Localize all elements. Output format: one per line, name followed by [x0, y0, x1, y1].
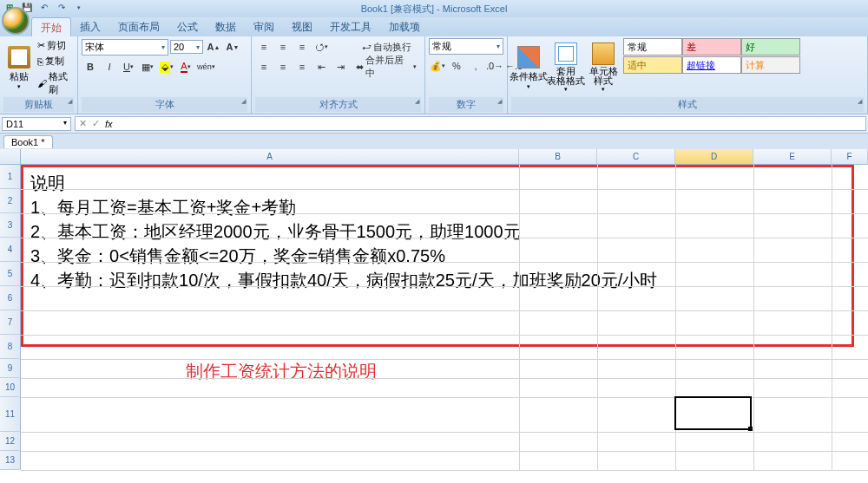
ribbon: 粘贴 ▾ ✂剪切 ⎘复制 🖌格式刷 剪贴板 宋体 20 A▲ A▼ B I U▾: [0, 36, 868, 114]
row-header-4[interactable]: 4: [0, 238, 21, 262]
percent-button[interactable]: %: [448, 57, 465, 75]
select-all-corner[interactable]: [0, 149, 21, 165]
col-header-A[interactable]: A: [21, 149, 519, 165]
table-format-button[interactable]: 套用 表格格式▾: [549, 38, 583, 97]
tab-formula[interactable]: 公式: [168, 17, 207, 36]
row-header-12[interactable]: 12: [0, 432, 21, 451]
fill-color-button[interactable]: ⬙▾: [158, 58, 175, 75]
merge-button[interactable]: ⬌合并后居中▾: [352, 58, 421, 75]
align-top-button[interactable]: ≡: [255, 38, 273, 55]
row-header-1[interactable]: 1: [0, 165, 21, 189]
inc-decimal-button[interactable]: .0→: [486, 57, 503, 75]
border-button[interactable]: ▦▾: [139, 58, 156, 75]
row-header-2[interactable]: 2: [0, 189, 21, 213]
grow-font-button[interactable]: A▲: [205, 38, 222, 55]
cell-styles-button[interactable]: 单元格 样式▾: [586, 38, 621, 97]
orientation-button[interactable]: ⭯▾: [312, 38, 330, 55]
group-font: 宋体 20 A▲ A▼ B I U▾ ▦▾ ⬙▾ A▾ wén▾ 字体: [78, 36, 252, 114]
style-gallery[interactable]: 常规差好适中超链接计算: [623, 38, 800, 97]
tab-addin[interactable]: 加载项: [380, 17, 429, 36]
phonetic-button[interactable]: wén▾: [196, 58, 216, 75]
row-header-9[interactable]: 9: [0, 359, 21, 378]
group-align: ≡ ≡ ≡ ⭯▾ ≡ ≡ ≡ ⇤ ⇥ ⮐自动换行 ⬌合并后居中▾ 对齐方式: [252, 36, 425, 114]
redo-icon[interactable]: ↷: [54, 1, 69, 15]
tab-insert[interactable]: 插入: [71, 17, 109, 36]
tab-dev[interactable]: 开发工具: [321, 17, 380, 36]
tab-view[interactable]: 视图: [283, 17, 321, 36]
row-header-11[interactable]: 11: [0, 397, 21, 432]
row-header-13[interactable]: 13: [0, 451, 21, 470]
row-header-8[interactable]: 8: [0, 335, 21, 359]
align-mid-button[interactable]: ≡: [274, 38, 292, 55]
qat-more-icon[interactable]: ▾: [71, 1, 87, 15]
row-header-3[interactable]: 3: [0, 213, 21, 238]
style-差[interactable]: 差: [682, 38, 741, 55]
style-好[interactable]: 好: [741, 38, 800, 55]
cond-format-icon: [517, 46, 540, 69]
number-format-select[interactable]: 常规: [429, 38, 503, 55]
paste-icon: [8, 46, 30, 69]
row-header-10[interactable]: 10: [0, 378, 21, 397]
col-header-E[interactable]: E: [753, 149, 832, 165]
cells-area[interactable]: 说明 1、每月工资=基本工资+奖金+考勤 2、基本工资：地区经理2000元，业务…: [21, 165, 868, 470]
font-size-select[interactable]: 20: [170, 40, 203, 54]
style-常规[interactable]: 常规: [623, 38, 682, 55]
style-计算[interactable]: 计算: [741, 56, 800, 74]
style-超链接[interactable]: 超链接: [682, 56, 741, 74]
shrink-font-button[interactable]: A▼: [224, 38, 241, 55]
workbook-tab[interactable]: Book1 *: [3, 135, 53, 148]
format-painter-button[interactable]: 🖌格式刷: [37, 70, 74, 96]
style-适中[interactable]: 适中: [623, 56, 682, 74]
wrap-icon: ⮐: [362, 42, 372, 52]
fx-confirm-icon[interactable]: ✓: [92, 118, 100, 129]
col-header-C[interactable]: C: [597, 149, 675, 165]
tab-review[interactable]: 审阅: [245, 17, 283, 36]
undo-icon[interactable]: ↶: [36, 1, 52, 15]
merge-icon: ⬌: [356, 62, 364, 73]
align-left-button[interactable]: ≡: [255, 58, 273, 75]
fx-icon[interactable]: fx: [105, 119, 113, 129]
paste-button[interactable]: 粘贴 ▾: [3, 38, 35, 97]
conditional-format-button[interactable]: 条件格式▾: [511, 38, 546, 97]
col-header-B[interactable]: B: [519, 149, 597, 165]
align-right-button[interactable]: ≡: [293, 58, 311, 75]
wrap-text-button[interactable]: ⮐自动换行: [352, 38, 421, 55]
table-format-icon: [555, 42, 577, 65]
col-header-F[interactable]: F: [832, 149, 868, 165]
content-line-4: 4、考勤：迟到扣款10/次，事假扣款40/天，病假扣款25元/天，加班奖励20元…: [30, 268, 845, 292]
row-header-7[interactable]: 7: [0, 310, 21, 335]
title-bar: ⊞ 💾 ↶ ↷ ▾ Book1 [兼容模式] - Microsoft Excel: [0, 0, 868, 17]
tab-home[interactable]: 开始: [31, 17, 71, 36]
group-label-font: 字体: [82, 97, 247, 112]
cut-button[interactable]: ✂剪切: [37, 39, 74, 52]
formula-bar[interactable]: ✕ ✓ fx: [75, 116, 866, 131]
underline-button[interactable]: U▾: [120, 58, 137, 75]
copy-button[interactable]: ⎘复制: [37, 55, 74, 68]
tab-layout[interactable]: 页面布局: [109, 17, 168, 36]
name-box[interactable]: D11▾: [2, 117, 71, 131]
italic-button[interactable]: I: [101, 58, 118, 75]
active-cell[interactable]: [674, 396, 752, 430]
row-header-6[interactable]: 6: [0, 286, 21, 310]
indent-inc-button[interactable]: ⇥: [332, 58, 349, 75]
bold-button[interactable]: B: [82, 58, 99, 75]
content-line-2: 2、基本工资：地区经理2000元，业务骨干1500元，助理1000元: [30, 219, 845, 244]
spreadsheet-grid[interactable]: ABCDEF 12345678910111213 说明 1、每月工资=基本工资+…: [0, 149, 868, 483]
indent-dec-button[interactable]: ⇤: [312, 58, 330, 75]
fx-cancel-icon[interactable]: ✕: [79, 118, 87, 129]
group-label-number: 数字: [429, 97, 503, 112]
currency-button[interactable]: 💰▾: [429, 57, 446, 75]
group-label-styles: 样式: [511, 97, 864, 112]
align-bot-button[interactable]: ≡: [293, 38, 311, 55]
caption-text: 制作工资统计方法的说明: [186, 360, 377, 383]
tab-data[interactable]: 数据: [207, 17, 245, 36]
brush-icon: 🖌: [37, 78, 47, 88]
font-name-select[interactable]: 宋体: [82, 39, 168, 55]
col-header-D[interactable]: D: [675, 149, 753, 165]
align-center-button[interactable]: ≡: [274, 58, 292, 75]
office-button[interactable]: [2, 7, 30, 35]
row-header-5[interactable]: 5: [0, 262, 21, 286]
group-label-align: 对齐方式: [255, 97, 421, 112]
font-color-button[interactable]: A▾: [177, 58, 194, 75]
comma-button[interactable]: ,: [467, 57, 484, 75]
